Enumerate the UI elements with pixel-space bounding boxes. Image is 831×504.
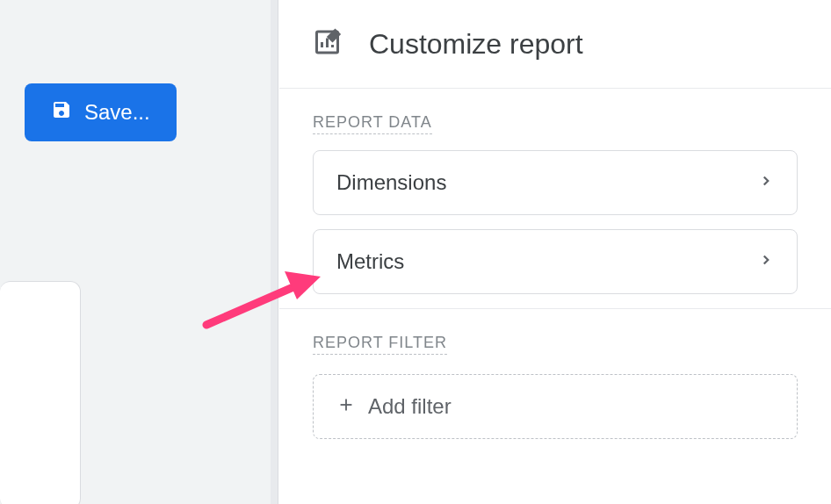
add-filter-label: Add filter (368, 394, 452, 419)
metrics-row[interactable]: Metrics (313, 229, 798, 294)
dimensions-label: Dimensions (336, 170, 446, 195)
save-button-label: Save... (84, 100, 150, 125)
right-panel: Customize report REPORT DATA Dimensions … (279, 0, 831, 504)
panel-header: Customize report (279, 0, 831, 89)
add-filter-button[interactable]: Add filter (313, 374, 798, 439)
page-title: Customize report (369, 28, 583, 61)
save-icon (51, 99, 72, 126)
report-data-section: REPORT DATA Dimensions Metrics (279, 89, 831, 294)
dimensions-row[interactable]: Dimensions (313, 150, 798, 215)
customize-report-icon (313, 26, 344, 61)
chevron-right-icon (758, 173, 774, 192)
left-panel: Save... (0, 0, 272, 504)
metrics-label: Metrics (336, 249, 404, 274)
report-filter-label: REPORT FILTER (313, 334, 447, 355)
report-data-label: REPORT DATA (313, 113, 432, 134)
report-filter-section: REPORT FILTER Add filter (279, 309, 831, 439)
card-edge (0, 281, 81, 504)
plus-icon (336, 395, 356, 418)
chevron-right-icon (758, 252, 774, 271)
save-button[interactable]: Save... (25, 83, 177, 141)
